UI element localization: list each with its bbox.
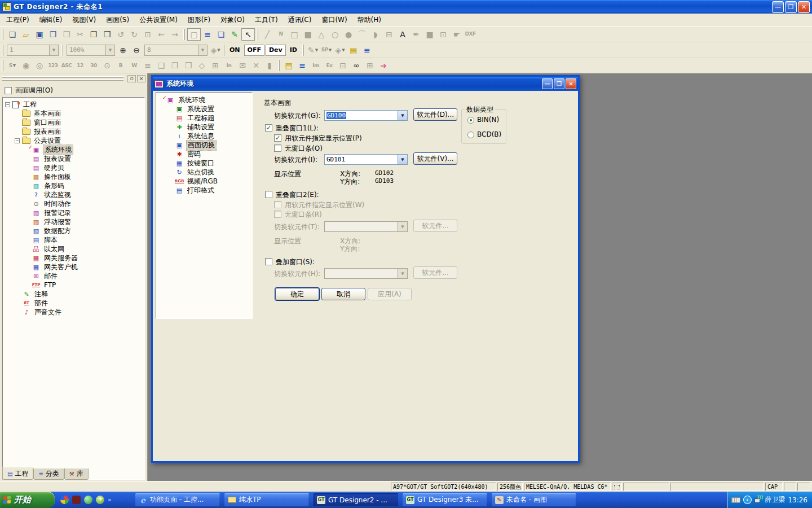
off-button[interactable]: OFF	[244, 45, 264, 56]
combo-g-arrow-icon[interactable]: ▼	[398, 111, 407, 120]
cancel-button[interactable]: 取消	[321, 288, 365, 300]
keyboard-icon[interactable]	[731, 497, 740, 503]
ov1-nobar-checkbox[interactable]	[274, 144, 281, 152]
screen-call-checkbox[interactable]	[5, 87, 12, 94]
dialog-close-button[interactable]: ✕	[566, 78, 576, 89]
dialog-titlebar[interactable]: 系统环境 — ❐ ✕	[153, 77, 578, 91]
menu-common[interactable]: 公共设置(M)	[134, 14, 183, 27]
panel-grip-2[interactable]	[2, 79, 123, 81]
combo-i-arrow-icon[interactable]: ▼	[398, 155, 407, 164]
menu-project[interactable]: 工程(P)	[1, 14, 34, 27]
save-screen-button[interactable]: ❐	[46, 28, 60, 41]
bin-radio[interactable]	[467, 117, 474, 124]
menu-help[interactable]: 帮助(H)	[352, 14, 386, 27]
script-item[interactable]: ▤脚本	[3, 235, 144, 244]
dlg-screen-switching[interactable]: ▣画面切换	[156, 141, 252, 150]
switch-device-g-combo[interactable]: GD100 ▼	[324, 110, 408, 121]
menu-window[interactable]: 窗口(W)	[316, 14, 352, 27]
task-chunshui-folder[interactable]: 纯水TP	[224, 493, 309, 506]
menu-figure[interactable]: 图形(F)	[183, 14, 215, 27]
minimize-button[interactable]: —	[772, 1, 784, 13]
report-settings-item[interactable]: ▤报表设置	[3, 154, 144, 163]
screen-workspace-button[interactable]: ❏	[214, 28, 228, 41]
quick-launch-overflow-chevron[interactable]: »	[108, 496, 112, 503]
dlg-video-rgb[interactable]: RGB视频/RGB	[156, 177, 252, 186]
barcode-item[interactable]: ▥条形码	[3, 181, 144, 190]
tree-expander-icon[interactable]: −	[5, 102, 10, 107]
comment-edit-button[interactable]: ✎	[228, 28, 241, 41]
panel-header[interactable]: ▫ ×	[1, 75, 146, 83]
toolbar-grip[interactable]	[2, 45, 3, 56]
common-settings-folder[interactable]: −公共设置	[3, 136, 144, 145]
text-button[interactable]: A	[396, 28, 409, 41]
paste-button[interactable]: ❒	[100, 28, 114, 41]
cursor-button[interactable]: ↖	[241, 28, 255, 41]
ethernet-item[interactable]: 品以太网	[3, 244, 144, 253]
zoom-out-button[interactable]: ⊖	[130, 44, 143, 56]
window-screens-folder[interactable]: 窗口画面	[3, 118, 144, 127]
ov1-position-checkbox[interactable]: ✓	[274, 134, 281, 142]
system-environment-item[interactable]: ▣✓系统环境	[3, 145, 144, 154]
messenger-icon[interactable]	[60, 496, 69, 504]
project-root[interactable]: −工程	[3, 100, 144, 109]
floating-alarm-item[interactable]: ▨浮动报警	[3, 217, 144, 226]
gateway-client-item[interactable]: ▦网关客户机	[3, 262, 144, 271]
close-button[interactable]: ✕	[798, 1, 810, 13]
id-button[interactable]: ID	[287, 45, 300, 56]
copy-button[interactable]: ❐	[87, 28, 100, 41]
report-screen-button[interactable]: ▤	[282, 59, 295, 72]
dlg-key-window[interactable]: ▦按键窗口	[156, 159, 252, 168]
browser-icon[interactable]	[84, 496, 92, 504]
dlg-system-environment[interactable]: ▣✓系统环境	[156, 95, 252, 104]
dlg-project-title[interactable]: ▤工程标题	[156, 113, 252, 122]
menu-view[interactable]: 视图(V)	[68, 14, 102, 27]
dlg-password[interactable]: ✱密码	[156, 150, 252, 159]
dlg-station-switching[interactable]: ↻站点切换	[156, 168, 252, 177]
tab-category[interactable]: ≡分类	[33, 468, 64, 480]
sound-files-item[interactable]: ♪声音文件	[3, 308, 144, 317]
library-list-button[interactable]: ▤	[347, 44, 360, 56]
report-screens-folder[interactable]: 报表画面	[3, 127, 144, 136]
new-screen-button[interactable]: ❏	[6, 28, 19, 41]
data-view-button[interactable]: ≡	[360, 44, 374, 56]
dialog-maximize-button[interactable]: ❐	[554, 78, 564, 89]
device-d-button[interactable]: 软元件(D)...	[413, 108, 457, 121]
base-screens-folder[interactable]: 基本画面	[3, 109, 144, 118]
recipe-item[interactable]: ▧数据配方	[3, 226, 144, 235]
task-gt-designer3[interactable]: GTGT Designer3 未...	[403, 493, 487, 506]
maximize-button[interactable]: ❐	[785, 1, 797, 13]
tree-expander-icon[interactable]: −	[15, 138, 20, 143]
dlg-auxiliary-settings[interactable]: ✚辅助设置	[156, 122, 252, 132]
mail-item[interactable]: ✉邮件	[3, 271, 144, 281]
app4-icon[interactable]	[96, 496, 104, 504]
task-gt-designer2[interactable]: GTGT Designer2 - ...	[314, 493, 398, 506]
menu-edit[interactable]: 编辑(E)	[34, 14, 68, 27]
toolbar-grip[interactable]	[2, 60, 3, 71]
menu-tools[interactable]: 工具(T)	[250, 14, 283, 27]
device-v-button[interactable]: 软元件(V)...	[413, 152, 457, 165]
language-bar-icon[interactable]: ‹	[743, 496, 752, 504]
toolbar-grip[interactable]	[183, 29, 185, 40]
overlap-window1-checkbox[interactable]: ✓	[265, 124, 272, 132]
menu-communication[interactable]: 通讯(C)	[283, 14, 317, 27]
hard-copy-item[interactable]: ▤硬拷贝	[3, 163, 144, 172]
ok-button[interactable]: 确定	[275, 288, 319, 300]
open-project-button[interactable]: ▱	[19, 28, 33, 41]
tab-project[interactable]: ▤工程	[2, 467, 33, 480]
bcd-radio[interactable]	[467, 132, 474, 138]
screen-list-button[interactable]: ≡	[201, 28, 214, 41]
toolbar-grip[interactable]	[278, 60, 280, 71]
status-observation-item[interactable]: ?状态监视	[3, 190, 144, 199]
tab-library[interactable]: ⚒库	[64, 468, 89, 480]
bin-label[interactable]: BIN(N)	[477, 116, 499, 124]
ftp-item[interactable]: FTPFTP	[3, 281, 144, 290]
dialog-minimize-button[interactable]: —	[542, 78, 553, 89]
dlg-print-format[interactable]: ▤打印格式	[156, 186, 252, 195]
panel-grip[interactable]	[2, 76, 123, 78]
superimpose-window-checkbox[interactable]	[265, 258, 272, 265]
gateway-server-item[interactable]: ▦网关服务器	[3, 253, 144, 262]
toolbar-grip[interactable]	[61, 45, 63, 56]
on-button[interactable]: ON	[227, 45, 243, 56]
task-function-page[interactable]: e功能页面 - 工控...	[135, 493, 220, 506]
time-action-item[interactable]: ⊙时间动作	[3, 199, 144, 208]
